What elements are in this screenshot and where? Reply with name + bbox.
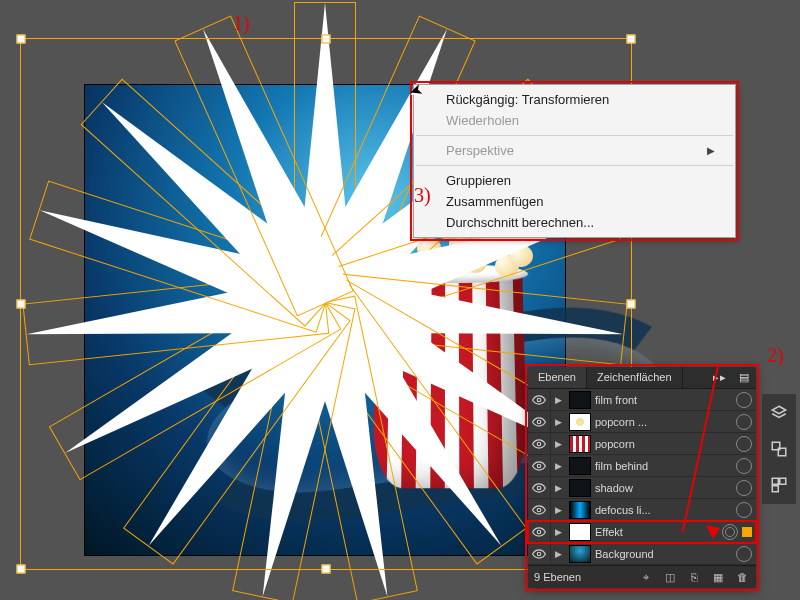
layer-row[interactable]: ▶film front (528, 389, 756, 411)
layers-panel: Ebenen Zeichenflächen ▸▸ ▤ ▶film front▶p… (528, 367, 756, 588)
asset-export-panel-icon[interactable] (768, 474, 790, 496)
menu-perspective-label: Perspektive (446, 143, 514, 158)
separator (416, 135, 733, 136)
svg-marker-13 (706, 525, 720, 539)
target-icon[interactable] (736, 546, 752, 562)
selection-color-swatch (742, 527, 752, 537)
tab-artboards[interactable]: Zeichenflächen (587, 367, 683, 388)
svg-point-1 (537, 420, 541, 424)
disclosure-triangle-icon[interactable]: ▶ (551, 527, 565, 537)
disclosure-triangle-icon[interactable]: ▶ (551, 417, 565, 427)
disclosure-triangle-icon[interactable]: ▶ (551, 439, 565, 449)
annotation-3: 3) (414, 184, 431, 207)
svg-point-6 (537, 530, 541, 534)
layer-thumbnail (569, 501, 591, 519)
layer-name-label: shadow (595, 482, 734, 494)
panel-dock (762, 394, 796, 504)
visibility-toggle-icon[interactable] (528, 433, 551, 454)
visibility-toggle-icon[interactable] (528, 543, 551, 564)
visibility-toggle-icon[interactable] (528, 477, 551, 498)
context-menu: ➤ Rückgängig: Transformieren Wiederholen… (413, 84, 736, 238)
visibility-toggle-icon[interactable] (528, 521, 551, 542)
visibility-toggle-icon[interactable] (528, 389, 551, 410)
disclosure-triangle-icon[interactable]: ▶ (551, 505, 565, 515)
menu-group[interactable]: Gruppieren (414, 170, 735, 191)
locate-object-icon[interactable]: ⌖ (638, 569, 654, 585)
artboards-panel-icon[interactable] (768, 438, 790, 460)
target-icon[interactable] (736, 480, 752, 496)
menu-perspective: Perspektive ▶ (414, 140, 735, 161)
layer-row[interactable]: ▶popcorn (528, 433, 756, 455)
layer-count: 9 Ebenen (534, 571, 630, 583)
svg-point-0 (537, 398, 541, 402)
target-icon[interactable] (736, 414, 752, 430)
target-icon[interactable] (722, 524, 738, 540)
visibility-toggle-icon[interactable] (528, 411, 551, 432)
panel-collapse-icon[interactable]: ▸▸ (707, 367, 733, 388)
svg-point-7 (537, 552, 541, 556)
tab-layers[interactable]: Ebenen (528, 367, 587, 388)
layer-row[interactable]: ▶shadow (528, 477, 756, 499)
annotation-2: 2) (767, 344, 784, 367)
layer-name-label: Background (595, 548, 734, 560)
layer-name-label: defocus li... (595, 504, 734, 516)
layer-name-label: popcorn (595, 438, 734, 450)
svg-point-2 (537, 442, 541, 446)
svg-rect-11 (780, 478, 786, 484)
menu-redo-label: Wiederholen (446, 113, 519, 128)
menu-undo[interactable]: Rückgängig: Transformieren (414, 89, 735, 110)
panel-tabs: Ebenen Zeichenflächen ▸▸ ▤ (528, 367, 756, 389)
menu-join[interactable]: Zusammenfügen (414, 191, 735, 212)
menu-redo: Wiederholen (414, 110, 735, 131)
menu-join-label: Zusammenfügen (446, 194, 544, 209)
menu-group-label: Gruppieren (446, 173, 511, 188)
disclosure-triangle-icon[interactable]: ▶ (551, 549, 565, 559)
layer-thumbnail (569, 391, 591, 409)
layer-name-label: film front (595, 394, 734, 406)
layer-row[interactable]: ▶film behind (528, 455, 756, 477)
layer-thumbnail (569, 457, 591, 475)
submenu-arrow-icon: ▶ (707, 145, 715, 156)
layer-row[interactable]: ▶popcorn ... (528, 411, 756, 433)
annotation-2-arrowhead (706, 525, 720, 539)
layer-thumbnail (569, 435, 591, 453)
visibility-toggle-icon[interactable] (528, 455, 551, 476)
target-icon[interactable] (736, 392, 752, 408)
layers-panel-icon[interactable] (768, 402, 790, 424)
layer-list: ▶film front▶popcorn ...▶popcorn▶film beh… (528, 389, 756, 565)
svg-rect-12 (772, 486, 778, 492)
target-icon[interactable] (736, 458, 752, 474)
popcorn-bucket-graphic (372, 270, 528, 488)
layer-name-label: Effekt (595, 526, 720, 538)
disclosure-triangle-icon[interactable]: ▶ (551, 395, 565, 405)
layer-thumbnail (569, 413, 591, 431)
layer-thumbnail (569, 479, 591, 497)
disclosure-triangle-icon[interactable]: ▶ (551, 483, 565, 493)
svg-point-5 (537, 508, 541, 512)
menu-average-label: Durchschnitt berechnen... (446, 215, 594, 230)
make-clipping-mask-icon[interactable]: ◫ (662, 569, 678, 585)
panel-menu-icon[interactable]: ▤ (733, 367, 756, 388)
new-layer-icon[interactable]: ▦ (710, 569, 726, 585)
target-icon[interactable] (736, 436, 752, 452)
layer-thumbnail (569, 545, 591, 563)
layer-name-label: film behind (595, 460, 734, 472)
annotation-1: 1) (233, 12, 250, 35)
new-sublayer-icon[interactable]: ⎘ (686, 569, 702, 585)
menu-undo-label: Rückgängig: Transformieren (446, 92, 609, 107)
layer-row[interactable]: ▶defocus li... (528, 499, 756, 521)
disclosure-triangle-icon[interactable]: ▶ (551, 461, 565, 471)
menu-average[interactable]: Durchschnitt berechnen... (414, 212, 735, 233)
svg-point-4 (537, 486, 541, 490)
layer-name-label: popcorn ... (595, 416, 734, 428)
panel-footer: 9 Ebenen ⌖ ◫ ⎘ ▦ 🗑 (528, 565, 756, 588)
svg-point-3 (537, 464, 541, 468)
target-icon[interactable] (736, 502, 752, 518)
delete-layer-icon[interactable]: 🗑 (734, 569, 750, 585)
visibility-toggle-icon[interactable] (528, 499, 551, 520)
layer-row[interactable]: ▶Background (528, 543, 756, 565)
svg-rect-10 (772, 478, 778, 484)
separator (416, 165, 733, 166)
layer-thumbnail (569, 523, 591, 541)
layer-row[interactable]: ▶Effekt (528, 521, 756, 543)
